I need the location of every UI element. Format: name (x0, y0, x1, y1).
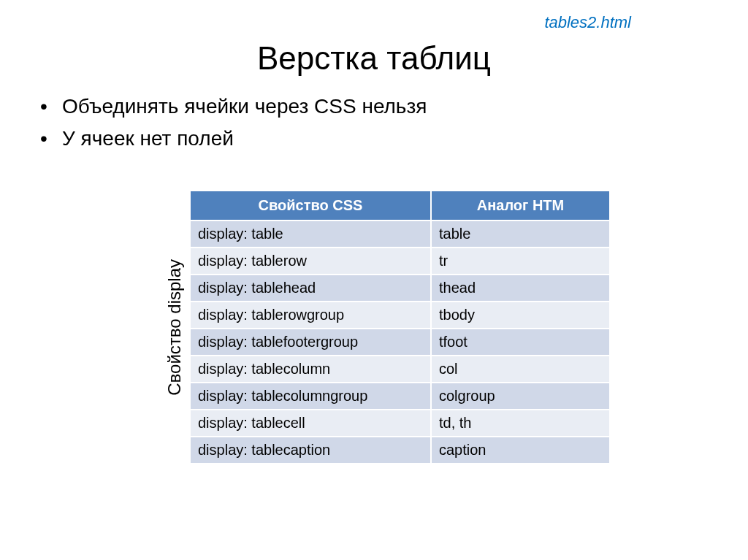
table-row: display: tablecell td, th (190, 410, 610, 437)
bullet-list: Объединять ячейки через CSS нельзя У яче… (37, 95, 748, 150)
table-header-row: Свойство CSS Аналог HTM (190, 191, 610, 220)
table-row: display: tablecaption caption (190, 437, 610, 464)
table-cell: display: table (190, 220, 431, 248)
table-row: display: tablerow tr (190, 248, 610, 275)
table-cell: tbody (431, 302, 610, 329)
vertical-axis-label: Свойство display (164, 259, 185, 396)
table-row: display: tablecolumngroup colgroup (190, 383, 610, 410)
css-display-table: Свойство CSS Аналог HTM display: table t… (189, 190, 611, 464)
table-row: display: tablerowgroup tbody (190, 302, 610, 329)
table-cell: display: tablerow (190, 248, 431, 275)
table-cell: display: tablerowgroup (190, 302, 431, 329)
table-row: display: tablefootergroup tfoot (190, 329, 610, 356)
table-container: Свойство display Свойство CSS Аналог HTM… (164, 190, 611, 464)
table-row: display: tablecolumn col (190, 356, 610, 383)
file-link: tables2.html (544, 13, 631, 32)
table-cell: display: tablefootergroup (190, 329, 431, 356)
table-cell: tr (431, 248, 610, 275)
list-item: У ячеек нет полей (37, 127, 748, 150)
table-header: Аналог HTM (431, 191, 610, 220)
table-header: Свойство CSS (190, 191, 431, 220)
table-cell: display: tablehead (190, 275, 431, 302)
table-cell: td, th (431, 410, 610, 437)
table-cell: colgroup (431, 383, 610, 410)
table-cell: thead (431, 275, 610, 302)
page-title: Верстка таблиц (0, 40, 748, 77)
table-cell: tfoot (431, 329, 610, 356)
table-cell: display: tablecolumn (190, 356, 431, 383)
table-row: display: tablehead thead (190, 275, 610, 302)
list-item: Объединять ячейки через CSS нельзя (37, 95, 748, 118)
table-cell: col (431, 356, 610, 383)
table-cell: table (431, 220, 610, 248)
table-cell: caption (431, 437, 610, 464)
table-cell: display: tablecell (190, 410, 431, 437)
table-cell: display: tablecolumngroup (190, 383, 431, 410)
table-row: display: table table (190, 220, 610, 248)
table-cell: display: tablecaption (190, 437, 431, 464)
